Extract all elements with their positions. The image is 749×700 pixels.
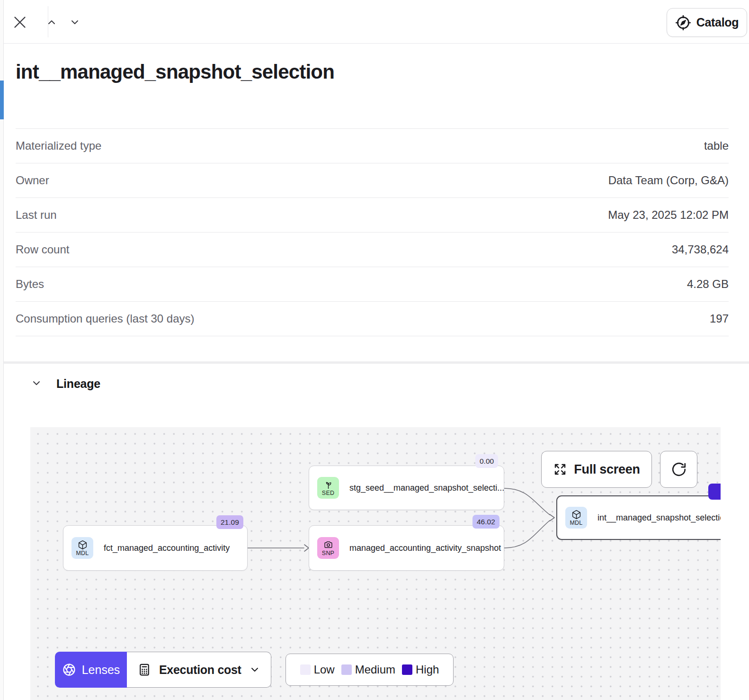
detail-row-last-run: Last run May 23, 2025 12:02 PM: [16, 198, 729, 233]
cost-legend: Low Medium High: [285, 654, 454, 686]
detail-value: 34,738,624: [672, 243, 729, 256]
lineage-node-managed-accounting-activity-snapshot[interactable]: SNP managed_accounting_activity_snapshot: [309, 525, 504, 571]
section-separator: [4, 361, 749, 364]
selected-lens-label: Execution cost: [159, 663, 241, 677]
previous-item-button[interactable]: [42, 16, 61, 29]
node-label: stg_seed__managed_snapshot_selecti...: [349, 483, 504, 493]
legend-swatch: [300, 664, 311, 675]
detail-value: May 23, 2025 12:02 PM: [608, 208, 729, 222]
legend-swatch: [402, 664, 412, 675]
detail-value: Data Team (Corp, G&A): [608, 174, 729, 187]
lineage-node-fct-managed-accounting-activity[interactable]: MDL fct_managed_accounting_activity: [63, 525, 248, 571]
catalog-button-label: Catalog: [696, 16, 739, 29]
detail-label: Materialized type: [16, 139, 101, 153]
chevron-down-icon: [69, 17, 80, 29]
detail-label: Consumption queries (last 30 days): [16, 312, 195, 325]
node-type-label: MDL: [570, 520, 583, 526]
close-icon: [11, 14, 28, 32]
execution-cost-badge: 67: [708, 484, 721, 500]
lineage-section-title: Lineage: [56, 377, 100, 391]
node-type-label: SED: [322, 490, 334, 496]
lenses-button[interactable]: Lenses: [55, 652, 127, 688]
legend-item-medium: Medium: [341, 663, 395, 676]
drawer-topbar: Catalog: [4, 0, 749, 44]
sprout-icon: [323, 480, 333, 490]
detail-label: Row count: [16, 243, 69, 256]
execution-cost-badge: 46.02: [473, 515, 499, 529]
detail-value: 197: [710, 312, 729, 325]
detail-row-materialized-type: Materialized type table: [16, 129, 729, 163]
lineage-node-stg-seed-managed-snapshot-selection[interactable]: SED stg_seed__managed_snapshot_selecti..…: [309, 466, 504, 510]
maximize-icon: [553, 462, 567, 476]
execution-cost-badge: 0.00: [475, 454, 498, 468]
close-button[interactable]: [10, 13, 29, 32]
node-label: managed_accounting_activity_snapshot: [349, 543, 501, 553]
catalog-button[interactable]: Catalog: [667, 8, 747, 37]
lenses-control: Lenses Execution cost: [55, 652, 271, 688]
cube-icon: [78, 540, 88, 550]
detail-row-bytes: Bytes 4.28 GB: [16, 267, 729, 302]
detail-row-consumption-queries: Consumption queries (last 30 days) 197: [16, 302, 729, 336]
chevron-down-icon: [31, 377, 42, 390]
chevron-down-icon: [249, 664, 260, 675]
node-type-label: SNP: [322, 550, 334, 556]
background-page-sliver: [0, 0, 4, 700]
full-screen-label: Full screen: [574, 462, 640, 477]
lineage-graph-canvas[interactable]: MDL fct_managed_accounting_activity 21.0…: [30, 427, 721, 700]
legend-item-high: High: [402, 663, 439, 676]
lineage-section-header: Lineage: [31, 377, 100, 391]
model-tile: MDL: [71, 537, 93, 559]
detail-label: Bytes: [16, 278, 44, 291]
detail-label: Owner: [16, 174, 49, 187]
lineage-node-int-managed-snapshot-selection[interactable]: MDL int__managed_snapshot_selection: [556, 495, 721, 540]
aperture-icon: [62, 663, 76, 677]
node-type-label: MDL: [76, 550, 89, 556]
legend-label: High: [416, 663, 439, 676]
lineage-collapse-button[interactable]: [31, 377, 42, 390]
camera-icon: [323, 540, 333, 550]
legend-label: Medium: [355, 663, 395, 676]
lenses-button-label: Lenses: [82, 663, 120, 677]
model-tile: MDL: [565, 507, 587, 529]
page-title: int__managed_snapshot_selection: [16, 61, 334, 83]
full-screen-button[interactable]: Full screen: [541, 451, 652, 488]
detail-drawer: Catalog int__managed_snapshot_selection …: [4, 0, 749, 700]
snapshot-tile: SNP: [317, 537, 339, 559]
seed-tile: SED: [317, 477, 339, 499]
rotate-cw-icon: [671, 461, 687, 477]
detail-label: Last run: [16, 208, 57, 222]
node-label: fct_managed_accounting_activity: [104, 543, 230, 553]
detail-value: table: [704, 139, 729, 153]
detail-row-owner: Owner Data Team (Corp, G&A): [16, 163, 729, 198]
legend-swatch: [341, 664, 352, 675]
detail-value: 4.28 GB: [687, 278, 729, 291]
screen: Catalog int__managed_snapshot_selection …: [0, 0, 749, 700]
next-item-button[interactable]: [65, 16, 84, 29]
details-table: Materialized type table Owner Data Team …: [16, 128, 729, 336]
lens-selector-dropdown[interactable]: Execution cost: [127, 652, 271, 688]
calculator-icon: [137, 663, 152, 677]
legend-item-low: Low: [300, 663, 335, 676]
cube-icon: [571, 510, 581, 520]
chevron-up-icon: [46, 17, 57, 29]
legend-label: Low: [314, 663, 335, 676]
detail-row-row-count: Row count 34,738,624: [16, 233, 729, 267]
compass-icon: [675, 15, 691, 31]
selected-row-indicator: [0, 81, 4, 119]
refresh-button[interactable]: [660, 451, 697, 488]
execution-cost-badge: 21.09: [216, 515, 243, 529]
node-label: int__managed_snapshot_selection: [597, 513, 721, 523]
